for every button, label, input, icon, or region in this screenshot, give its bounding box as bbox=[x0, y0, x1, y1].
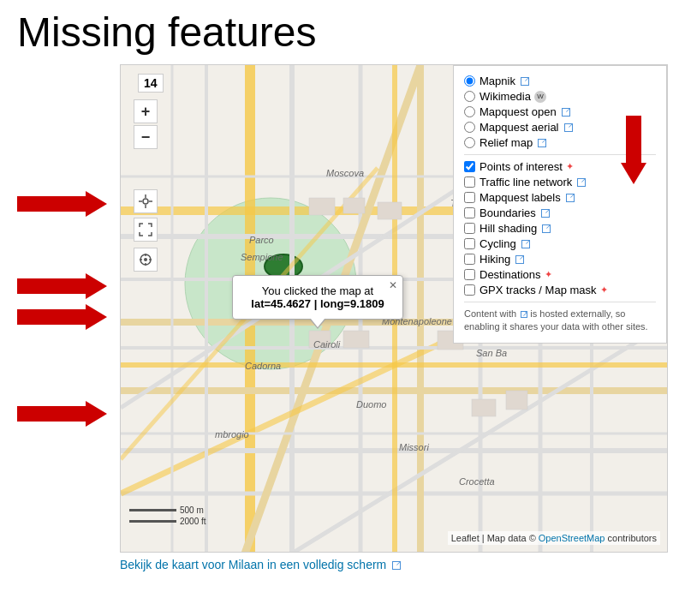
layer-traffic-checkbox[interactable] bbox=[464, 176, 475, 188]
layer-cycling-checkbox[interactable] bbox=[464, 238, 475, 249]
layer-mapquest-labels-checkbox[interactable] bbox=[464, 192, 475, 203]
popup-arrow bbox=[311, 319, 325, 327]
mapquest-open-external-icon bbox=[562, 108, 570, 117]
hiking-external-icon bbox=[515, 255, 524, 264]
layer-mapnik[interactable]: Mapnik bbox=[464, 75, 656, 87]
layer-relief-radio[interactable] bbox=[464, 137, 475, 148]
layer-mapquest-open-radio[interactable] bbox=[464, 106, 475, 117]
layer-gpx[interactable]: GPX tracks / Map mask ✦ bbox=[464, 284, 656, 296]
popup-close-button[interactable]: ✕ bbox=[389, 279, 397, 291]
map-controls: + − bbox=[134, 99, 158, 151]
svg-point-50 bbox=[144, 258, 147, 261]
attribution-osm-link[interactable]: OpenStreetMap bbox=[539, 533, 605, 543]
svg-marker-3 bbox=[17, 401, 107, 427]
layer-gpx-label[interactable]: GPX tracks / Map mask ✦ bbox=[480, 284, 608, 296]
map-label-duomo: Duomo bbox=[356, 399, 386, 410]
layer-cycling[interactable]: Cycling bbox=[464, 237, 656, 250]
layer-cycling-label[interactable]: Cycling bbox=[480, 237, 530, 250]
layer-mapquest-aerial-label[interactable]: Mapquest aerial bbox=[480, 121, 573, 134]
locate-button[interactable] bbox=[134, 189, 158, 215]
popup-text-line2: lat=45.4627 | long=9.1809 bbox=[245, 297, 390, 310]
cycling-external-icon bbox=[521, 240, 530, 248]
fullscreen-button[interactable] bbox=[134, 218, 158, 243]
footer-external-icon bbox=[392, 561, 401, 570]
arrow-popup bbox=[17, 401, 107, 430]
layer-relief-label[interactable]: Relief map bbox=[480, 136, 546, 149]
zoom-in-button[interactable]: + bbox=[134, 99, 158, 123]
mapquest-aerial-external-icon bbox=[564, 123, 573, 132]
wikimedia-icon: W bbox=[534, 91, 546, 103]
note-external-icon bbox=[521, 311, 527, 318]
map-label-sanba: San Ba bbox=[476, 348, 507, 358]
svg-marker-1 bbox=[17, 273, 107, 299]
attribution-leaflet: Leaflet bbox=[451, 533, 480, 543]
layer-destinations-label[interactable]: Destinations ✦ bbox=[480, 268, 552, 281]
layer-mapquest-open-label[interactable]: Mapquest open bbox=[480, 105, 570, 118]
scale-label-meters: 500 m bbox=[180, 505, 204, 515]
traffic-external-icon bbox=[577, 178, 586, 187]
map-label-mbrogio: mbrogio bbox=[215, 429, 249, 440]
layer-hill-shading[interactable]: Hill shading bbox=[464, 222, 656, 235]
layer-boundaries-checkbox[interactable] bbox=[464, 207, 475, 218]
popup-text-line1: You clicked the map at bbox=[245, 284, 390, 297]
map-container[interactable]: Moscova Turati Parco Sempione Lanza Mont… bbox=[120, 64, 668, 553]
svg-marker-4 bbox=[621, 116, 646, 184]
map-label-cadorna: Cadorna bbox=[245, 361, 281, 371]
layer-hiking-label[interactable]: Hiking bbox=[480, 253, 524, 266]
page-title: Missing features bbox=[17, 9, 668, 56]
mqlabels-external-icon bbox=[566, 194, 575, 202]
layer-wikimedia[interactable]: Wikimedia W bbox=[464, 90, 656, 103]
arrow-layers-panel bbox=[621, 116, 646, 188]
layer-traffic-label[interactable]: Traffic line network bbox=[480, 176, 586, 188]
map-label-parco: Parco bbox=[249, 235, 274, 245]
layer-destinations-checkbox[interactable] bbox=[464, 269, 475, 280]
layer-mapquest-labels-label[interactable]: Mapquest labels bbox=[480, 191, 575, 204]
arrow-marker-icon bbox=[17, 273, 107, 302]
mapnik-external-icon bbox=[521, 77, 529, 86]
layers-note: Content with is hosted externally, so en… bbox=[464, 308, 656, 334]
map-label-crocetta: Crocetta bbox=[459, 476, 495, 487]
layer-mapnik-radio[interactable] bbox=[464, 75, 475, 87]
map-label-cairoli: Cairoli bbox=[313, 339, 340, 350]
poi-star-icon: ✦ bbox=[566, 161, 574, 172]
svg-rect-43 bbox=[506, 391, 527, 410]
settings-button[interactable] bbox=[134, 248, 158, 273]
destinations-star-icon: ✦ bbox=[545, 269, 552, 280]
layer-boundaries[interactable]: Boundaries bbox=[464, 206, 656, 219]
layer-hill-shading-label[interactable]: Hill shading bbox=[480, 222, 551, 235]
footer-link-container: Bekijk de kaart voor Milaan in een volle… bbox=[120, 558, 668, 571]
map-attribution: Leaflet | Map data © OpenStreetMap contr… bbox=[448, 531, 660, 545]
layer-poi-checkbox[interactable] bbox=[464, 161, 475, 172]
layer-wikimedia-radio[interactable] bbox=[464, 91, 475, 102]
relief-external-icon bbox=[538, 139, 546, 147]
footer-fullscreen-link[interactable]: Bekijk de kaart voor Milaan in een volle… bbox=[120, 558, 401, 571]
layer-poi-label[interactable]: Points of interest ✦ bbox=[480, 160, 574, 173]
gpx-icon: ✦ bbox=[600, 284, 608, 296]
zoom-out-button[interactable]: − bbox=[134, 125, 158, 149]
layer-hiking[interactable]: Hiking bbox=[464, 253, 656, 266]
svg-rect-35 bbox=[343, 198, 365, 213]
map-label-sempione: Sempione bbox=[241, 252, 283, 262]
zoom-level-indicator: 14 bbox=[138, 74, 164, 93]
layer-wikimedia-label[interactable]: Wikimedia W bbox=[480, 90, 546, 103]
svg-rect-40 bbox=[343, 331, 369, 348]
arrow-zoom-level bbox=[17, 191, 107, 220]
layer-mapquest-labels[interactable]: Mapquest labels bbox=[464, 191, 656, 204]
layer-gpx-checkbox[interactable] bbox=[464, 284, 475, 296]
map-label-missori: Missori bbox=[399, 442, 429, 452]
layers-panel: Mapnik Wikimedia W Mapquest open bbox=[453, 65, 667, 344]
note-text-1: Content with bbox=[464, 308, 516, 319]
map-scale: 500 m 2000 ft bbox=[129, 505, 206, 526]
layer-boundaries-label[interactable]: Boundaries bbox=[480, 206, 550, 219]
layer-mapquest-aerial-radio[interactable] bbox=[464, 122, 475, 133]
boundaries-external-icon bbox=[541, 209, 550, 218]
layer-hiking-checkbox[interactable] bbox=[464, 254, 475, 265]
layer-destinations[interactable]: Destinations ✦ bbox=[464, 268, 656, 281]
layer-hill-shading-checkbox[interactable] bbox=[464, 223, 475, 234]
map-popup: ✕ You clicked the map at lat=45.4627 | l… bbox=[232, 275, 403, 320]
layer-mapnik-label[interactable]: Mapnik bbox=[480, 75, 529, 87]
svg-marker-0 bbox=[17, 191, 107, 217]
svg-rect-42 bbox=[472, 399, 496, 416]
scale-bar-meters bbox=[129, 509, 176, 511]
svg-rect-36 bbox=[378, 202, 402, 219]
